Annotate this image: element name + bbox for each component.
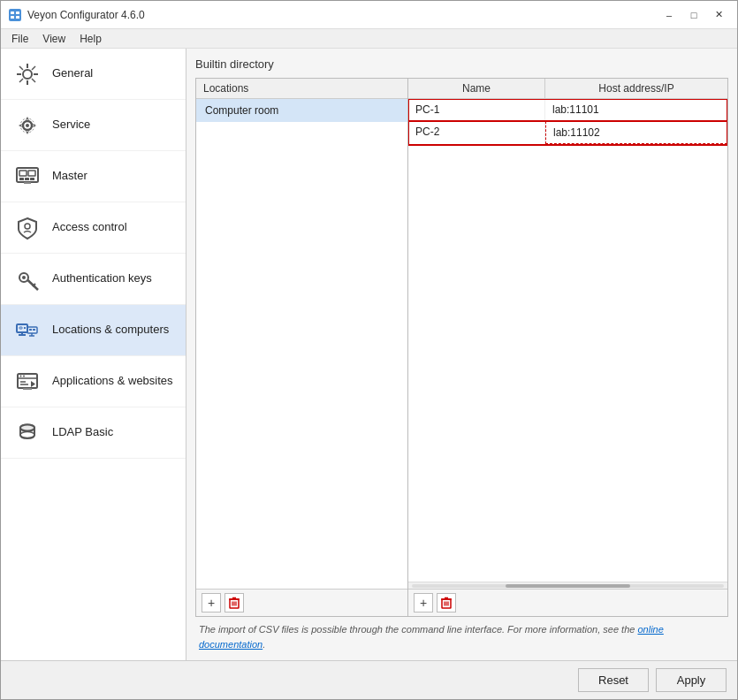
column-header-host: Host address/IP: [545, 79, 727, 98]
svg-rect-22: [30, 178, 34, 180]
svg-rect-23: [24, 182, 31, 184]
maximize-button[interactable]: □: [682, 6, 705, 24]
sidebar-label-applications-websites: Applications & websites: [52, 374, 173, 389]
svg-point-5: [23, 70, 32, 79]
column-header-name: Name: [408, 79, 545, 98]
add-location-button[interactable]: +: [202, 593, 221, 612]
apply-button[interactable]: Apply: [656, 668, 727, 692]
svg-point-24: [25, 224, 30, 229]
scrollbar-thumb: [506, 584, 630, 588]
svg-rect-2: [16, 11, 19, 14]
minimize-button[interactable]: –: [658, 6, 681, 24]
main-area: General Service: [1, 49, 737, 660]
sidebar-label-access-control: Access control: [52, 220, 127, 235]
svg-rect-21: [25, 178, 29, 180]
sidebar-item-general[interactable]: General: [1, 49, 186, 100]
trash-icon: [229, 597, 240, 609]
locations-body: Computer room: [196, 99, 407, 589]
locations-toolbar: +: [196, 589, 407, 616]
svg-rect-33: [29, 329, 32, 331]
computers-toolbar: +: [408, 589, 727, 616]
svg-line-13: [19, 79, 23, 82]
menu-help[interactable]: Help: [72, 31, 109, 47]
computer-row-pc1[interactable]: PC-1 lab:11101: [408, 99, 727, 121]
content-title: Builtin directory: [195, 57, 728, 71]
directory-panel: Locations Computer room +: [195, 78, 728, 617]
sidebar-item-locations-computers[interactable]: Locations & computers: [1, 305, 186, 356]
sidebar-label-service: Service: [52, 118, 90, 133]
sidebar-label-ldap-basic: LDAP Basic: [52, 425, 113, 440]
computers-body: PC-1 lab:11101 PC-2 lab:11102: [408, 99, 727, 582]
svg-rect-18: [19, 171, 27, 176]
svg-rect-20: [19, 178, 24, 180]
menu-file[interactable]: File: [4, 31, 35, 47]
sidebar: General Service: [1, 49, 186, 660]
content-area: Builtin directory Locations Computer roo…: [186, 49, 737, 660]
svg-point-47: [20, 431, 34, 438]
svg-point-28: [22, 276, 26, 279]
remove-computer-button[interactable]: [437, 593, 456, 612]
sidebar-item-applications-websites[interactable]: Applications & websites: [1, 356, 186, 407]
trash-icon-computers: [441, 597, 452, 609]
computer-name-pc2: PC-2: [408, 121, 545, 144]
svg-point-15: [26, 124, 29, 127]
window-title: Veyon Configurator 4.6.0: [27, 9, 145, 21]
sidebar-item-ldap-basic[interactable]: LDAP Basic: [1, 407, 186, 459]
bottom-bar: Reset Apply: [1, 660, 737, 699]
scrollbar-track: [412, 584, 724, 588]
title-bar: Veyon Configurator 4.6.0 – □ ✕: [1, 1, 737, 29]
info-text: The import of CSV files is possible thro…: [199, 624, 637, 635]
svg-point-42: [23, 375, 25, 377]
svg-line-10: [19, 66, 23, 70]
master-icon: [13, 163, 42, 191]
reset-button[interactable]: Reset: [578, 668, 649, 692]
info-bar: The import of CSV files is possible thro…: [195, 617, 728, 651]
locations-computers-icon: [13, 316, 42, 345]
sidebar-item-access-control[interactable]: Access control: [1, 202, 186, 254]
svg-rect-3: [11, 16, 14, 19]
computer-name-pc1: PC-1: [408, 99, 545, 120]
svg-point-48: [20, 424, 34, 430]
svg-rect-1: [11, 11, 14, 14]
service-icon: [13, 111, 42, 140]
svg-rect-30: [19, 327, 22, 329]
computer-host-pc1: lab:11101: [545, 99, 727, 120]
menu-view[interactable]: View: [35, 31, 72, 47]
applications-websites-icon: [13, 368, 42, 396]
svg-rect-0: [9, 9, 21, 21]
locations-panel: Locations Computer room +: [196, 79, 408, 616]
svg-rect-34: [33, 329, 35, 331]
computers-panel: Name Host address/IP PC-1 lab:11101 PC-2…: [408, 79, 727, 616]
access-control-icon: [13, 214, 42, 242]
ldap-basic-icon: [13, 419, 42, 447]
svg-rect-31: [24, 327, 26, 329]
svg-point-41: [20, 375, 22, 377]
general-icon: [13, 60, 42, 88]
computer-host-pc2: lab:11102: [545, 121, 727, 144]
svg-line-11: [32, 79, 35, 82]
horizontal-scrollbar[interactable]: [408, 582, 727, 589]
sidebar-label-authentication-keys: Authentication keys: [52, 271, 152, 286]
sidebar-label-general: General: [52, 66, 93, 81]
authentication-keys-icon: [13, 265, 42, 293]
sidebar-label-locations-computers: Locations & computers: [52, 323, 169, 338]
computers-header: Name Host address/IP: [408, 79, 727, 99]
app-icon: [8, 8, 22, 22]
svg-rect-19: [28, 171, 35, 176]
svg-line-12: [32, 66, 35, 70]
svg-rect-45: [23, 388, 32, 390]
sidebar-label-master: Master: [52, 169, 87, 184]
sidebar-item-master[interactable]: Master: [1, 151, 186, 202]
locations-header: Locations: [196, 79, 407, 99]
sidebar-item-service[interactable]: Service: [1, 100, 186, 151]
info-text-end: .: [262, 639, 265, 650]
menu-bar: File View Help: [1, 29, 737, 49]
sidebar-item-authentication-keys[interactable]: Authentication keys: [1, 254, 186, 305]
svg-rect-4: [16, 16, 19, 19]
location-item-computer-room[interactable]: Computer room: [196, 99, 407, 122]
computer-row-pc2[interactable]: PC-2 lab:11102: [408, 121, 727, 145]
close-button[interactable]: ✕: [707, 6, 730, 24]
add-computer-button[interactable]: +: [414, 593, 433, 612]
remove-location-button[interactable]: [224, 593, 244, 612]
svg-rect-32: [27, 327, 37, 333]
